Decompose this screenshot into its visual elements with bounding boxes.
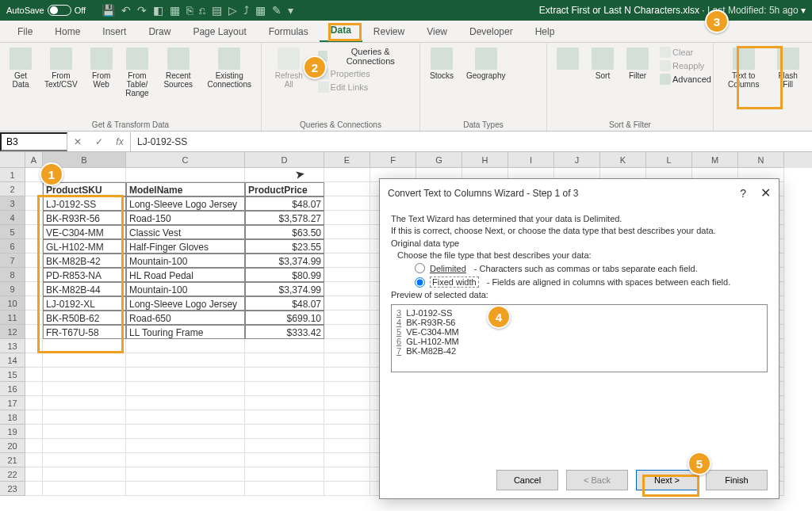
cell-E12[interactable] <box>324 325 370 339</box>
col-header-J[interactable]: J <box>554 152 600 168</box>
cell-C16[interactable] <box>126 382 245 396</box>
col-header-H[interactable]: H <box>462 152 508 168</box>
qat-icon[interactable]: ▷ <box>228 4 237 17</box>
cell-B8[interactable]: PD-R853-NA <box>43 268 126 282</box>
cell-A6[interactable] <box>25 239 43 254</box>
qat-icon[interactable]: ⎘ <box>186 4 193 17</box>
cell-D4[interactable]: $3,578.27 <box>245 211 324 225</box>
tab-review[interactable]: Review <box>362 21 416 42</box>
cell-A13[interactable] <box>25 339 43 353</box>
cell-E14[interactable] <box>324 353 370 368</box>
qat-icon[interactable]: ⤴ <box>243 4 249 17</box>
cell-B13[interactable] <box>43 339 126 353</box>
cell-E4[interactable] <box>324 211 370 225</box>
autosave-toggle[interactable]: AutoSave Off <box>6 5 86 16</box>
cell-B10[interactable]: LJ-0192-XL <box>43 296 126 311</box>
cell-E7[interactable] <box>324 254 370 268</box>
cell-B7[interactable]: BK-M82B-42 <box>43 254 126 268</box>
cell-D20[interactable] <box>245 439 324 453</box>
row-header-21[interactable]: 21 <box>0 453 25 467</box>
cell-E21[interactable] <box>324 453 370 467</box>
cell-C8[interactable]: HL Road Pedal <box>126 268 245 282</box>
row-header-8[interactable]: 8 <box>0 268 25 282</box>
fx-icon[interactable]: fx <box>116 136 123 147</box>
col-header-G[interactable]: G <box>416 152 462 168</box>
cell-C1[interactable] <box>126 168 245 182</box>
qat-icon[interactable]: ▤ <box>212 4 222 17</box>
cell-B6[interactable]: GL-H102-MM <box>43 239 126 254</box>
cell-D10[interactable]: $48.07 <box>245 296 324 311</box>
cell-A3[interactable] <box>25 196 43 211</box>
cell-D12[interactable]: $333.42 <box>245 325 324 339</box>
cell-E17[interactable] <box>324 396 370 410</box>
row-header-16[interactable]: 16 <box>0 382 25 396</box>
finish-button[interactable]: Finish <box>706 470 768 490</box>
cell-A4[interactable] <box>25 211 43 225</box>
tab-page-layout[interactable]: Page Layout <box>182 21 257 42</box>
cell-A9[interactable] <box>25 282 43 296</box>
cell-B9[interactable]: BK-M82B-44 <box>43 282 126 296</box>
edit-links-button[interactable]: Edit Links <box>315 81 415 93</box>
get-data-button[interactable]: Get Data <box>5 46 36 131</box>
qat-icon[interactable]: ✎ <box>272 4 282 17</box>
close-icon[interactable]: ✕ <box>760 185 771 200</box>
col-header-L[interactable]: L <box>646 152 692 168</box>
cell-D17[interactable] <box>245 396 324 410</box>
cell-D1[interactable] <box>245 168 324 182</box>
cell-E3[interactable] <box>324 196 370 211</box>
cell-C2[interactable]: ModelName <box>126 182 245 196</box>
flash-fill-button[interactable]: Flash Fill <box>772 46 804 131</box>
cell-A2[interactable] <box>25 182 43 196</box>
cell-A22[interactable] <box>25 467 43 482</box>
cell-B19[interactable] <box>43 425 126 439</box>
advanced-button[interactable]: Advanced <box>657 73 714 86</box>
cell-B5[interactable]: VE-C304-MM <box>43 225 126 239</box>
tab-home[interactable]: Home <box>44 21 91 42</box>
cell-D8[interactable]: $80.99 <box>245 268 324 282</box>
cell-D11[interactable]: $699.10 <box>245 311 324 325</box>
cell-A16[interactable] <box>25 382 43 396</box>
cell-C20[interactable] <box>126 439 245 453</box>
cell-A17[interactable] <box>25 396 43 410</box>
fixed-width-radio[interactable]: Fixed width - Fields are aligned in colu… <box>415 276 768 288</box>
cell-E13[interactable] <box>324 339 370 353</box>
cell-B20[interactable] <box>43 439 126 453</box>
col-header-I[interactable]: I <box>508 152 554 168</box>
cell-D6[interactable]: $23.55 <box>245 239 324 254</box>
col-header-F[interactable]: F <box>370 152 416 168</box>
tab-data[interactable]: Data <box>320 20 362 42</box>
properties-button[interactable]: Properties <box>315 67 415 80</box>
next-button[interactable]: Next > <box>636 470 698 490</box>
cell-B11[interactable]: BK-R50B-62 <box>43 311 126 325</box>
cell-B3[interactable]: LJ-0192-SS <box>43 196 126 211</box>
cell-B23[interactable] <box>43 482 126 496</box>
reapply-button[interactable]: Reapply <box>657 59 714 72</box>
from-text-csv-button[interactable]: From Text/CSV <box>40 46 82 131</box>
row-header-10[interactable]: 10 <box>0 296 25 311</box>
qat-icon[interactable]: ▦ <box>170 4 180 17</box>
existing-connections-button[interactable]: Existing Connections <box>202 46 256 131</box>
row-header-1[interactable]: 1 <box>0 168 25 182</box>
cell-E20[interactable] <box>324 439 370 453</box>
cell-E2[interactable] <box>324 182 370 196</box>
cell-E10[interactable] <box>324 296 370 311</box>
cell-E22[interactable] <box>324 467 370 482</box>
row-header-7[interactable]: 7 <box>0 254 25 268</box>
cell-C19[interactable] <box>126 425 245 439</box>
undo-icon[interactable]: ↶ <box>121 4 131 17</box>
cell-B16[interactable] <box>43 382 126 396</box>
row-header-6[interactable]: 6 <box>0 239 25 254</box>
cell-A12[interactable] <box>25 325 43 339</box>
cell-E19[interactable] <box>324 425 370 439</box>
cell-B12[interactable]: FR-T67U-58 <box>43 325 126 339</box>
cell-B21[interactable] <box>43 453 126 467</box>
redo-icon[interactable]: ↷ <box>137 4 147 17</box>
sort-button[interactable]: Sort <box>587 46 619 131</box>
col-header-D[interactable]: D <box>245 152 324 168</box>
row-header-13[interactable]: 13 <box>0 339 25 353</box>
name-box[interactable] <box>0 132 67 151</box>
cell-E6[interactable] <box>324 239 370 254</box>
preview-box[interactable]: 3LJ-0192-SS4BK-R93R-565VE-C304-MM6GL-H10… <box>391 304 768 372</box>
cell-D19[interactable] <box>245 425 324 439</box>
cell-D3[interactable]: $48.07 <box>245 196 324 211</box>
